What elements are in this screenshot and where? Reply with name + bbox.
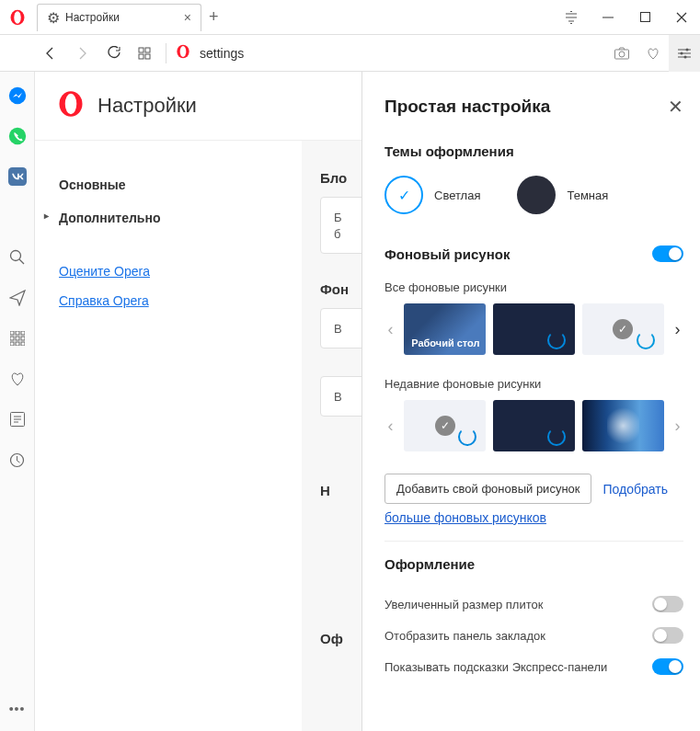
check-icon: ✓ <box>435 416 455 436</box>
minimize-icon <box>602 12 614 23</box>
easy-setup-button[interactable] <box>669 35 700 72</box>
address-bar[interactable] <box>172 44 606 63</box>
recent-wall-1[interactable]: ✓ <box>404 400 486 451</box>
speed-dial-sidebar-button[interactable] <box>8 329 27 348</box>
back-button[interactable] <box>35 35 66 72</box>
more-wallpapers-link[interactable]: больше фоновых рисунков <box>384 510 546 525</box>
browser-tab[interactable]: ⚙ Настройки × <box>37 4 201 31</box>
camera-icon <box>614 47 629 60</box>
whatsapp-button[interactable] <box>8 127 27 145</box>
opera-icon <box>57 90 85 121</box>
tab-close-button[interactable]: × <box>184 10 191 25</box>
recent-prev[interactable]: ‹ <box>384 417 396 436</box>
sidebar-settings-button[interactable]: ••• <box>9 702 26 716</box>
tab-menu-icon <box>565 11 578 24</box>
themes-row: ✓ Светлая Темная <box>384 176 683 214</box>
close-window-button[interactable] <box>663 0 700 35</box>
news-icon <box>10 412 25 427</box>
minimize-button[interactable] <box>590 0 626 35</box>
add-wallpaper-row: Добавить свой фоновый рисунок Подобрать <box>384 474 683 504</box>
opt-speed-dial-hints: Показывать подсказки Экспресс-панели <box>384 651 683 682</box>
add-wallpaper-button[interactable]: Добавить свой фоновый рисунок <box>384 474 591 504</box>
sidebar: ••• <box>0 72 35 731</box>
opera-menu-button[interactable] <box>0 0 35 35</box>
wall-next[interactable]: › <box>671 320 683 339</box>
content: Настройки Основные Дополнительно Оцените… <box>35 72 700 731</box>
snapshot-button[interactable] <box>606 35 637 72</box>
recent-next[interactable]: › <box>671 417 683 436</box>
all-wallpapers-label: Все фоновые рисунки <box>384 280 683 294</box>
bookmarks-sidebar-button[interactable] <box>8 370 27 388</box>
search-button[interactable] <box>8 248 27 267</box>
svg-rect-6 <box>139 54 143 59</box>
design-heading: Оформление <box>384 556 683 572</box>
wallpaper-heading: Фоновый рисунок <box>384 246 510 262</box>
address-input[interactable] <box>200 46 384 61</box>
tab-menu-button[interactable] <box>553 0 590 35</box>
chevron-right-icon <box>75 47 88 60</box>
page-title: Настройки <box>98 94 197 118</box>
svg-rect-7 <box>145 54 150 59</box>
loading-ring-icon <box>458 428 476 446</box>
news-button[interactable] <box>8 410 27 428</box>
wall-prev[interactable]: ‹ <box>384 320 396 339</box>
reload-button[interactable] <box>98 35 129 72</box>
loading-ring-icon <box>547 331 566 349</box>
flow-button[interactable] <box>8 289 27 307</box>
speed-dial-button[interactable] <box>129 35 160 72</box>
svg-point-1 <box>14 11 21 24</box>
pick-wallpaper-link[interactable]: Подобрать <box>602 482 668 497</box>
nav-main[interactable]: Основные <box>35 168 302 201</box>
wallpaper-dark[interactable] <box>493 303 575 355</box>
tab-title: Настройки <box>65 11 120 24</box>
vk-icon <box>8 167 27 186</box>
wallpaper-row: Фоновый рисунок <box>384 246 683 262</box>
vk-button[interactable] <box>8 167 27 186</box>
wallpaper-desktop[interactable]: Рабочий стол <box>404 303 486 355</box>
recent-wall-2[interactable] <box>493 400 575 451</box>
history-button[interactable] <box>8 451 27 469</box>
toggle-speed-dial-hints[interactable] <box>652 658 683 675</box>
wallpaper-toggle[interactable] <box>652 246 683 262</box>
main-area: ••• Настройки Основные Дополнительно Оце… <box>0 72 700 731</box>
toolbar <box>0 35 700 72</box>
gear-icon: ⚙ <box>47 9 60 27</box>
check-icon: ✓ <box>613 319 633 339</box>
easy-setup-panel: Простая настройка ✕ Темы оформления ✓ Св… <box>361 72 700 731</box>
toggle-big-tiles[interactable] <box>652 596 683 612</box>
settings-nav: Основные Дополнительно Оцените Opera Спр… <box>35 141 302 731</box>
recent-wall-3[interactable] <box>582 400 664 451</box>
panel-close-button[interactable]: ✕ <box>668 96 683 118</box>
svg-point-12 <box>686 48 689 51</box>
heart-icon <box>9 371 26 386</box>
theme-light-circle: ✓ <box>384 176 423 214</box>
svg-rect-26 <box>16 342 19 346</box>
svg-point-13 <box>681 51 683 54</box>
toggle-bookmarks-bar[interactable] <box>652 627 683 644</box>
svg-point-31 <box>65 94 77 115</box>
grid-icon <box>10 331 25 346</box>
bookmark-button[interactable] <box>637 35 669 72</box>
clock-icon <box>9 452 25 468</box>
close-icon <box>676 12 687 23</box>
wallpaper-light[interactable]: ✓ <box>582 303 664 355</box>
new-tab-button[interactable]: + <box>209 7 219 27</box>
nav-rate[interactable]: Оцените Opera <box>35 257 302 286</box>
maximize-icon <box>640 12 650 22</box>
forward-button[interactable] <box>66 35 98 72</box>
search-icon <box>9 249 26 266</box>
sliders-icon <box>677 47 692 60</box>
titlebar: ⚙ Настройки × + <box>0 0 700 35</box>
nav-help[interactable]: Справка Opera <box>35 286 302 315</box>
svg-rect-5 <box>145 48 150 52</box>
whatsapp-icon <box>8 127 27 145</box>
theme-dark-circle <box>517 176 556 214</box>
theme-dark[interactable]: Темная <box>517 176 608 214</box>
theme-light[interactable]: ✓ Светлая <box>384 176 480 214</box>
svg-rect-19 <box>10 331 14 335</box>
svg-point-18 <box>10 251 20 261</box>
messenger-button[interactable] <box>8 86 27 105</box>
nav-advanced[interactable]: Дополнительно <box>35 201 302 234</box>
recent-wallpapers-label: Недавние фоновые рисунки <box>384 377 683 391</box>
maximize-button[interactable] <box>626 0 663 35</box>
